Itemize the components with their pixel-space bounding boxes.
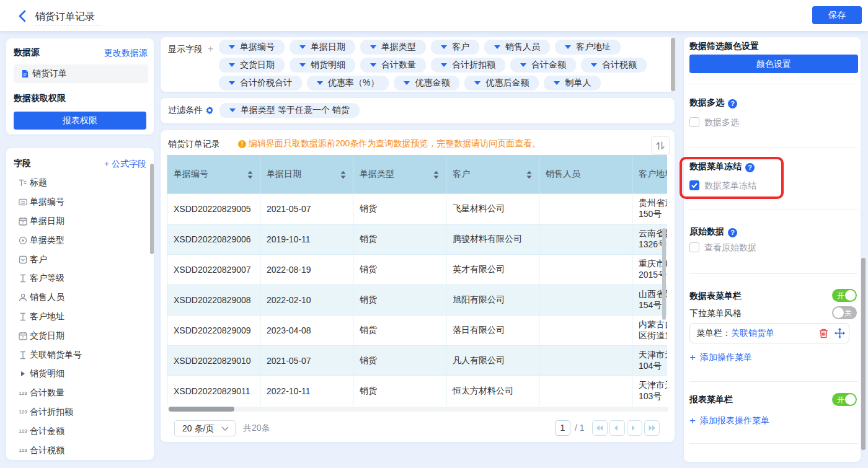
svg-text:7: 7 [22, 335, 24, 339]
svg-text:7: 7 [22, 220, 24, 224]
